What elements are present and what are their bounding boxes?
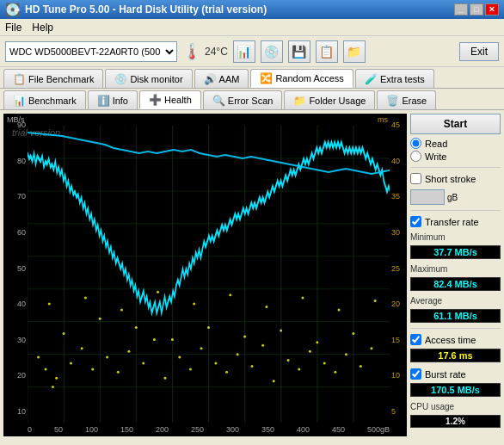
access-time-item[interactable]: Access time [410,334,501,345]
svg-point-31 [178,356,181,359]
svg-point-61 [193,303,195,306]
tab-erase-label: Erase [402,96,427,106]
tab-file-benchmark-label: File Benchmark [28,74,94,84]
copy-icon-btn[interactable]: 📋 [316,40,338,63]
exit-button[interactable]: Exit [459,42,499,61]
app-title: HD Tune Pro 5.00 - Hard Disk Utility (tr… [25,3,267,15]
close-button[interactable]: ✕ [485,3,499,15]
burst-rate-checkbox[interactable] [410,368,421,380]
tab-health[interactable]: ➕ Health [139,90,201,109]
svg-point-55 [316,341,318,343]
tab-aam-label: AAM [219,74,240,84]
error-scan-icon: 🔍 [212,95,225,107]
short-stroke-item[interactable]: Short stroke [410,173,501,184]
title-bar-controls[interactable]: _ □ ✕ [454,3,499,15]
tabs-row-1: 📋 File Benchmark 💿 Disk monitor 🔊 AAM 🔀 … [0,67,504,89]
transfer-rate-item[interactable]: Transfer rate [410,216,501,227]
svg-point-38 [261,344,264,347]
svg-point-36 [237,353,239,355]
temperature-value: 24°C [205,46,228,58]
write-radio-item[interactable]: Write [410,151,501,162]
thermometer-icon: 🌡️ [182,42,201,61]
tab-extra-tests[interactable]: 🧪 Extra tests [355,69,434,88]
tab-file-benchmark[interactable]: 📋 File Benchmark [3,69,103,88]
info-icon-btn[interactable]: 💿 [261,40,283,63]
svg-point-47 [370,347,372,349]
tab-extra-tests-label: Extra tests [380,74,425,84]
aam-icon: 🔊 [204,73,217,85]
drive-select[interactable]: WDC WD5000BEVT-22A0RT0 (500 gB) [5,41,177,62]
minimize-button[interactable]: _ [454,3,468,15]
access-time-label: Access time [425,335,476,345]
svg-point-64 [301,297,304,300]
tab-benchmark[interactable]: 📊 Benchmark [3,90,86,109]
svg-point-50 [135,326,138,329]
info-tab-icon: ℹ️ [97,95,110,107]
y-axis-label-ms: ms [378,115,388,124]
svg-point-25 [106,356,108,359]
short-stroke-checkbox[interactable] [410,173,421,184]
tab-random-access[interactable]: 🔀 Random Access [250,69,353,88]
svg-point-65 [338,308,341,311]
tab-info[interactable]: ℹ️ Info [88,90,138,109]
write-radio[interactable] [410,151,421,162]
disk-monitor-icon: 💿 [114,73,127,85]
tab-error-scan[interactable]: 🔍 Error Scan [203,90,283,109]
divider-2 [410,210,501,211]
y-axis-left: 90 80 70 60 50 40 30 20 10 [3,114,28,423]
svg-point-57 [48,303,51,306]
svg-point-66 [374,300,377,302]
tab-random-access-label: Random Access [275,73,343,83]
menu-help[interactable]: Help [32,22,53,34]
maximize-button[interactable]: □ [470,3,483,15]
benchmark-icon-btn[interactable]: 📊 [233,40,255,63]
tab-aam[interactable]: 🔊 AAM [194,69,249,88]
stroke-value-input[interactable]: 40 [410,189,445,205]
tab-info-label: Info [113,96,128,106]
burst-rate-label: Burst rate [425,369,466,380]
svg-point-53 [243,335,246,337]
read-radio-item[interactable]: Read [410,138,501,149]
tab-erase[interactable]: 🗑️ Erase [377,90,436,109]
title-bar: 💽 HD Tune Pro 5.00 - Hard Disk Utility (… [0,0,504,19]
menu-file[interactable]: File [5,22,22,34]
temperature-display: 🌡️ 24°C [182,42,228,61]
file-benchmark-icon: 📋 [13,73,26,85]
svg-point-42 [309,350,311,353]
divider-1 [410,167,501,168]
title-bar-left: 💽 HD Tune Pro 5.00 - Hard Disk Utility (… [5,3,267,16]
random-access-icon: 🔀 [260,72,273,84]
app-icon: 💽 [5,3,20,16]
right-panel: Start Read Write Short stroke 40 gB Tran… [410,114,501,436]
cpu-label: CPU usage [410,402,501,411]
min-value: 37.7 MB/s [410,245,501,259]
start-button[interactable]: Start [410,114,501,134]
burst-rate-value: 170.5 MB/s [410,383,501,397]
svg-point-37 [251,365,254,368]
svg-point-18 [45,368,47,370]
y-axis-right: 45 40 35 30 25 20 15 10 5 [390,114,407,423]
svg-point-62 [229,294,231,296]
benchmark-tab-icon: 📊 [13,95,26,107]
svg-point-58 [84,297,87,300]
burst-rate-item[interactable]: Burst rate [410,368,501,380]
transfer-rate-checkbox[interactable] [410,216,421,227]
access-time-checkbox[interactable] [410,334,421,345]
tab-error-scan-label: Error Scan [228,96,274,106]
read-radio[interactable] [410,138,421,149]
svg-point-60 [157,291,159,294]
folder-icon-btn[interactable]: 📁 [343,40,366,63]
svg-point-46 [360,365,362,368]
cpu-value: 1.2% [410,415,501,428]
svg-point-44 [334,371,336,374]
tab-benchmark-label: Benchmark [28,96,77,106]
svg-point-30 [163,377,166,380]
main-area: MB/s ms trial version 90 80 70 60 50 40 … [0,110,504,440]
tab-folder-usage[interactable]: 📁 Folder Usage [284,90,375,109]
svg-point-52 [207,326,210,329]
save-icon-btn[interactable]: 💾 [288,40,310,63]
tab-disk-monitor[interactable]: 💿 Disk monitor [105,69,192,88]
svg-point-34 [214,362,217,365]
menu-bar: File Help [0,19,504,36]
svg-point-28 [142,362,144,365]
